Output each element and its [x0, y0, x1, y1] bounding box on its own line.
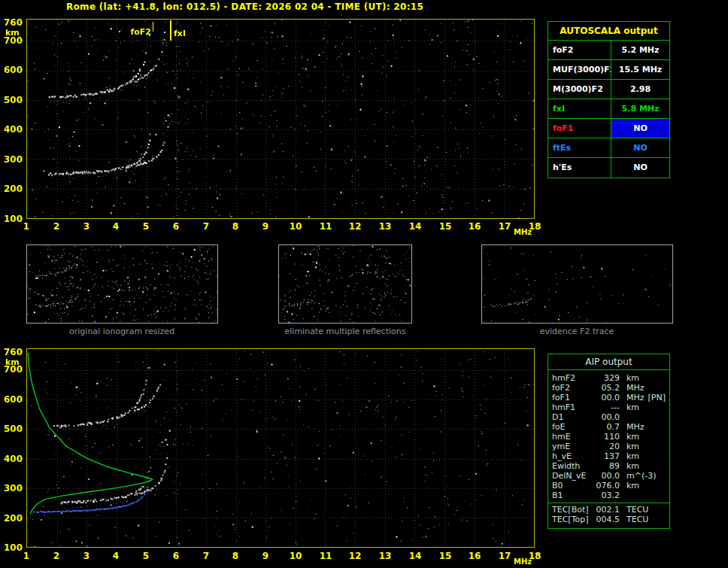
ionogram-plot-bottom — [26, 348, 535, 548]
x-axis-tick-label: 8 — [232, 551, 238, 561]
autoscala-row: ftEsNO — [548, 138, 669, 158]
aip-row-value: 00.0 — [593, 471, 620, 481]
autoscala-table-rows: foF25.2 MHzMUF(3000)F215.5 MHzM(3000)F22… — [548, 41, 669, 178]
autoscala-row-value: 2.98 — [611, 80, 669, 99]
aip-row-label: B1 — [552, 491, 593, 500]
y-axis-tick-label: 600 — [3, 394, 23, 405]
aip-row: hmF2329km — [548, 373, 669, 383]
autoscala-screen: Rome (lat: +41.8, lon: 012.5) - DATE: 20… — [0, 0, 728, 568]
x-axis-tick-label: 1 — [23, 221, 29, 232]
aip-row-value: 002.1 — [593, 505, 620, 515]
x-axis-tick-label: 3 — [83, 551, 89, 561]
aip-row-value: 03.2 — [593, 491, 620, 500]
aip-row-label: D1 — [552, 412, 593, 422]
aip-row: foF205.2MHz — [548, 383, 669, 393]
aip-row-label: foF1 — [552, 393, 593, 402]
aip-row-unit: MHz — [620, 383, 666, 393]
autoscala-row: fxI5.8 MHz — [548, 99, 669, 119]
aip-row-unit: m^(-3) — [620, 471, 666, 481]
aip-row-value: 076.0 — [593, 481, 620, 491]
x-axis-tick-label: 13 — [379, 551, 392, 561]
aip-row-label: h_vE — [552, 451, 593, 461]
x-axis-tick-label: 17 — [499, 551, 511, 561]
foF2-marker-line — [153, 22, 153, 32]
fxI-annotation-label: fxI — [174, 29, 186, 38]
aip-row: hmE110km — [548, 432, 669, 442]
x-axis-tick-label: 12 — [349, 551, 362, 561]
autoscala-row: foF25.2 MHz — [548, 41, 669, 60]
x-axis-tick-label: 16 — [469, 221, 481, 232]
x-axis-tick-label: 16 — [469, 551, 481, 561]
autoscala-row-value: 5.8 MHz — [611, 99, 669, 118]
y-axis-tick-label: 300 — [3, 483, 23, 494]
autoscala-row: h'EsNO — [548, 158, 669, 178]
y-axis-tick-label: 200 — [3, 184, 23, 194]
aip-table-rows: hmF2329kmfoF205.2MHzfoF100.0MHz[PN]hmF1-… — [548, 373, 669, 524]
y-axis-tick-label: 100 — [3, 214, 23, 224]
ionogram-plot-top — [26, 19, 535, 219]
thumbnail-original-canvas — [27, 245, 217, 323]
aip-row-value: 137 — [593, 451, 620, 461]
x-axis-tick-label: 8 — [232, 221, 238, 232]
aip-row: B0076.0km — [548, 481, 669, 491]
aip-row-unit: km — [620, 461, 666, 471]
foF2-annotation-label: foF2 — [129, 27, 151, 37]
aip-row-label: TEC[Top] — [552, 515, 593, 524]
autoscala-row-value: NO — [611, 138, 669, 157]
x-axis-unit-label: MHz — [514, 228, 532, 236]
thumbnail-multiple-reflections-canvas — [279, 245, 411, 323]
aip-row-value: 20 — [593, 442, 620, 451]
x-axis-tick-label: 3 — [83, 221, 89, 232]
autoscala-row: foF1NO — [548, 119, 669, 138]
ionogram-canvas-top — [27, 20, 534, 218]
x-axis-tick-label: 6 — [173, 221, 179, 232]
aip-row-label: foE — [552, 422, 593, 432]
y-axis-tick-label: 500 — [3, 424, 23, 434]
x-axis-tick-label: 11 — [320, 221, 332, 232]
x-axis-tick-label: 9 — [262, 551, 268, 561]
aip-row-unit: km — [620, 481, 666, 491]
autoscala-output-table: AUTOSCALA output foF25.2 MHzMUF(3000)F21… — [548, 21, 670, 178]
autoscala-row-label: MUF(3000)F2 — [548, 60, 611, 79]
x-axis-tick-label: 14 — [409, 221, 422, 232]
autoscala-row-value: 5.2 MHz — [611, 41, 669, 59]
aip-row-note: [PN] — [648, 393, 666, 402]
aip-row-value: 00.0 — [593, 412, 620, 422]
aip-row-value: 004.5 — [593, 515, 620, 524]
aip-row: B103.2 — [548, 491, 669, 500]
y-axis-tick-label: 600 — [3, 65, 23, 75]
aip-row-value: 0.7 — [593, 422, 620, 432]
aip-row-unit: TECU — [620, 515, 666, 524]
aip-row-value: --- — [593, 402, 620, 412]
thumbnail-f2-trace — [481, 245, 673, 323]
x-axis-tick-label: 12 — [349, 221, 362, 232]
aip-row-label: hmE — [552, 432, 593, 442]
y-axis-tick-label: 400 — [3, 124, 23, 135]
aip-row-unit: km — [620, 402, 666, 412]
aip-row: D100.0 — [548, 412, 669, 422]
x-axis-tick-label: 1 — [23, 551, 29, 561]
aip-row-unit: km — [620, 451, 666, 461]
aip-row-unit: MHz — [620, 422, 666, 432]
thumbnail-caption: eliminate multiple reflections — [285, 327, 406, 336]
y-axis-tick-label: 760 — [3, 17, 23, 28]
aip-row-label: B0 — [552, 481, 593, 491]
autoscala-row-value: NO — [611, 158, 669, 178]
aip-row-unit — [620, 491, 666, 500]
y-axis-unit-label: km — [5, 357, 20, 367]
y-axis-tick-label: 100 — [3, 542, 23, 553]
fxI-marker-line — [170, 20, 171, 41]
aip-row-value: 329 — [593, 373, 620, 383]
aip-row-value: 89 — [593, 461, 620, 471]
thumbnail-multiple-reflections — [278, 245, 412, 323]
thumbnail-original-ionogram — [26, 245, 218, 323]
x-axis-unit-label: MHz — [514, 557, 532, 566]
autoscala-row-label: h'Es — [548, 158, 611, 178]
aip-row-unit: MHz — [620, 393, 648, 402]
thumbnail-caption: original ionogram resized — [69, 327, 174, 336]
y-axis-unit-label: km — [5, 28, 20, 38]
aip-row: TEC[Bot]002.1TECU — [548, 503, 669, 515]
aip-row-unit: km — [620, 432, 666, 442]
aip-row-unit: km — [620, 373, 666, 383]
aip-row-unit: TECU — [620, 505, 666, 515]
